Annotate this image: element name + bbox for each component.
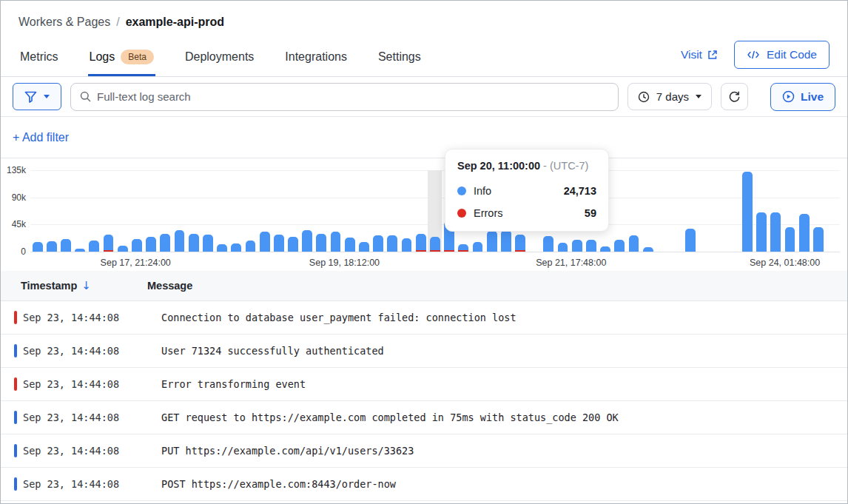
- log-table-row[interactable]: Sep 23, 14:44:08User 71324 successfully …: [1, 335, 847, 368]
- chart-bar-slot[interactable]: [258, 170, 272, 252]
- log-count-bar[interactable]: [742, 172, 753, 252]
- log-count-bar[interactable]: [387, 235, 397, 252]
- refresh-button[interactable]: [721, 83, 748, 110]
- chart-bar-slot[interactable]: [87, 170, 101, 252]
- chart-bar-slot[interactable]: [101, 170, 115, 252]
- tab-integrations[interactable]: Integrations: [283, 45, 349, 76]
- chart-bar-slot[interactable]: [215, 170, 229, 252]
- chart-bar-slot[interactable]: [726, 170, 740, 252]
- log-count-bar[interactable]: [458, 244, 468, 252]
- log-count-bar[interactable]: [47, 241, 57, 252]
- filter-dropdown-button[interactable]: [13, 83, 61, 110]
- chart-bar-slot[interactable]: [357, 170, 371, 252]
- log-count-bar[interactable]: [515, 235, 525, 252]
- log-table-row[interactable]: Sep 23, 14:44:08Error transforming event: [1, 368, 847, 401]
- chart-bar-slot[interactable]: [329, 170, 343, 252]
- tab-metrics[interactable]: Metrics: [18, 45, 60, 76]
- log-count-bar[interactable]: [785, 227, 795, 252]
- log-count-bar[interactable]: [331, 232, 341, 252]
- chart-bar-slot[interactable]: [428, 170, 442, 252]
- chart-bar-slot[interactable]: [641, 170, 655, 252]
- chart-bar-slot[interactable]: [201, 170, 215, 252]
- chart-bar-slot[interactable]: [229, 170, 243, 252]
- log-count-bar[interactable]: [246, 241, 256, 252]
- chart-bar-slot[interactable]: [797, 170, 811, 252]
- chart-bar-slot[interactable]: [811, 170, 825, 252]
- chart-bar-slot[interactable]: [186, 170, 201, 252]
- log-count-bar[interactable]: [274, 235, 284, 252]
- log-count-bar[interactable]: [543, 236, 553, 252]
- log-count-bar[interactable]: [316, 234, 326, 252]
- chart-bar-slot[interactable]: [144, 170, 158, 252]
- log-count-bar[interactable]: [189, 234, 199, 252]
- chart-bar-slot[interactable]: [343, 170, 357, 252]
- log-count-bar[interactable]: [473, 242, 483, 252]
- log-count-bar[interactable]: [302, 230, 312, 252]
- log-count-bar[interactable]: [487, 231, 497, 252]
- log-count-bar[interactable]: [33, 242, 43, 252]
- chart-bar-slot[interactable]: [783, 170, 797, 252]
- log-count-bar[interactable]: [373, 235, 383, 252]
- chart-bar-slot[interactable]: [712, 170, 726, 252]
- chart-bar-slot[interactable]: [755, 170, 769, 252]
- edit-code-button[interactable]: Edit Code: [734, 41, 830, 69]
- chart-bar-slot[interactable]: [669, 170, 683, 252]
- log-count-bar[interactable]: [501, 230, 511, 252]
- log-count-bar[interactable]: [288, 237, 298, 252]
- log-count-bar[interactable]: [118, 246, 128, 252]
- chart-bar-slot[interactable]: [400, 170, 414, 252]
- log-count-bar[interactable]: [175, 230, 185, 252]
- chart-bar-slot[interactable]: [627, 170, 641, 252]
- log-count-bar[interactable]: [770, 212, 781, 252]
- visit-link[interactable]: Visit: [681, 48, 718, 61]
- chart-bar-slot[interactable]: [243, 170, 258, 252]
- chart-bar-slot[interactable]: [613, 170, 627, 252]
- tab-settings[interactable]: Settings: [377, 45, 423, 76]
- log-count-bar[interactable]: [203, 235, 213, 252]
- log-count-bar[interactable]: [260, 232, 270, 252]
- log-count-bar[interactable]: [89, 241, 99, 252]
- tab-deployments[interactable]: Deployments: [184, 45, 255, 76]
- log-count-bar[interactable]: [813, 227, 824, 252]
- chart-bar-slot[interactable]: [314, 170, 329, 252]
- log-count-bar[interactable]: [756, 212, 767, 252]
- add-filter-button[interactable]: + Add filter: [13, 131, 69, 144]
- chart-bar-slot[interactable]: [826, 170, 840, 252]
- chart-bar-slot[interactable]: [129, 170, 144, 252]
- tab-logs[interactable]: LogsBeta: [88, 45, 155, 76]
- search-input[interactable]: [97, 90, 609, 103]
- log-count-bar[interactable]: [416, 234, 426, 252]
- chart-bar-slot[interactable]: [371, 170, 386, 252]
- log-table-row[interactable]: Sep 23, 14:44:08POST https://example.com…: [1, 468, 847, 501]
- log-count-bar[interactable]: [572, 240, 582, 252]
- log-count-bar[interactable]: [685, 229, 696, 252]
- chart-bar-slot[interactable]: [655, 170, 669, 252]
- log-count-bar[interactable]: [586, 240, 596, 252]
- log-count-bar[interactable]: [160, 234, 170, 252]
- log-count-bar[interactable]: [104, 235, 114, 252]
- chart-bar-slot[interactable]: [769, 170, 783, 252]
- live-button[interactable]: Live: [770, 83, 835, 111]
- time-range-button[interactable]: 7 days: [627, 83, 712, 110]
- chart-bar-slot[interactable]: [44, 170, 58, 252]
- chart-bar-slot[interactable]: [73, 170, 87, 252]
- log-count-bar[interactable]: [61, 239, 71, 252]
- log-count-bar[interactable]: [345, 238, 355, 252]
- chart-bar-slot[interactable]: [698, 170, 712, 252]
- log-count-bar[interactable]: [629, 235, 639, 252]
- log-count-bar[interactable]: [231, 243, 241, 252]
- chart-bar-slot[interactable]: [172, 170, 186, 252]
- breadcrumb-section[interactable]: Workers & Pages: [18, 16, 110, 29]
- log-count-bar[interactable]: [558, 243, 568, 252]
- log-count-bar[interactable]: [430, 237, 440, 252]
- chart-bar-slot[interactable]: [272, 170, 286, 252]
- chart-bar-slot[interactable]: [386, 170, 400, 252]
- log-count-bar[interactable]: [146, 237, 156, 252]
- chart-bar-slot[interactable]: [158, 170, 172, 252]
- log-count-bar[interactable]: [799, 214, 810, 252]
- chart-bar-slot[interactable]: [300, 170, 314, 252]
- log-table-row[interactable]: Sep 23, 14:44:08GET request to https://e…: [1, 401, 847, 434]
- chart-bar-slot[interactable]: [286, 170, 300, 252]
- log-count-bar[interactable]: [402, 238, 412, 252]
- chart-bar-slot[interactable]: [414, 170, 428, 252]
